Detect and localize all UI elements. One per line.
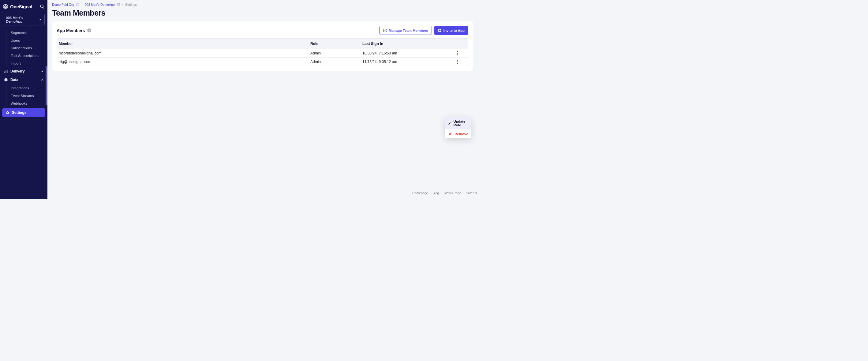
- svg-rect-2: [5, 6, 6, 9]
- kebab-icon: [457, 60, 458, 64]
- sidebar-divider: [3, 120, 44, 120]
- svg-point-14: [457, 61, 458, 62]
- chevron-down-icon: [40, 69, 44, 73]
- svg-point-15: [457, 63, 458, 64]
- row-actions-menu[interactable]: [454, 59, 461, 65]
- table-header: Member Role Last Sign In: [57, 38, 468, 48]
- col-member: Member: [59, 42, 310, 46]
- sidebar: OneSignal 003 Matt's DemoApp ▼ Segments …: [0, 0, 48, 199]
- manage-team-members-button[interactable]: Manage Team Members: [379, 26, 432, 35]
- sidebar-item-users[interactable]: Users: [7, 36, 48, 44]
- onesignal-logo-icon: [3, 4, 8, 9]
- popup-remove[interactable]: Remove: [445, 129, 471, 138]
- database-icon: [4, 78, 8, 82]
- footer-careers[interactable]: Careers: [466, 191, 477, 195]
- breadcrumb-app[interactable]: 003 Matt's DemoApp: [85, 3, 115, 6]
- external-link-icon[interactable]: [117, 3, 120, 6]
- table-row: trig@onesignal.com Admin 11/15/24, 9:05:…: [57, 57, 468, 66]
- sidebar-header: OneSignal: [0, 0, 48, 10]
- sidebar-item-test-subscriptions[interactable]: Test Subscriptions: [7, 52, 48, 59]
- col-role: Role: [310, 42, 362, 46]
- chevron-right-icon: ›: [82, 3, 83, 6]
- nav-subgroup-data: Integrations Event Streams Webhooks: [6, 84, 48, 107]
- svg-point-10: [457, 51, 458, 52]
- svg-point-12: [457, 54, 458, 55]
- footer-status[interactable]: Status Page: [443, 191, 461, 195]
- cell-member: trig@onesignal.com: [59, 60, 310, 64]
- invite-to-app-button[interactable]: Invite to App: [434, 26, 468, 35]
- svg-point-13: [457, 60, 458, 61]
- footer-links: Homepage Blog Status Page Careers: [48, 191, 477, 195]
- chevron-right-icon: ›: [122, 3, 123, 6]
- help-icon[interactable]: ?: [87, 28, 91, 32]
- cell-role: Admin: [310, 51, 362, 55]
- popup-remove-label: Remove: [455, 132, 468, 136]
- svg-rect-7: [7, 70, 7, 73]
- breadcrumb-org[interactable]: Demo Paid Org: [52, 3, 74, 6]
- close-icon: [448, 132, 452, 136]
- svg-line-4: [43, 7, 44, 8]
- sidebar-item-integrations[interactable]: Integrations: [7, 84, 48, 92]
- sidebar-item-import[interactable]: Import: [7, 59, 48, 67]
- brand-name: OneSignal: [10, 4, 32, 9]
- footer-homepage[interactable]: Homepage: [412, 191, 428, 195]
- search-icon: [40, 4, 45, 9]
- cell-member: mcorritori@onesignal.com: [59, 51, 310, 55]
- app-selector-label: 003 Matt's DemoApp: [6, 16, 39, 23]
- sidebar-group-data[interactable]: Data: [0, 75, 48, 84]
- sidebar-item-event-streams[interactable]: Event Streams: [7, 92, 48, 99]
- svg-rect-6: [5, 70, 6, 73]
- search-button[interactable]: [40, 4, 45, 9]
- invite-button-label: Invite to App: [443, 29, 465, 32]
- footer-blog[interactable]: Blog: [432, 191, 439, 195]
- chevron-up-icon: [40, 78, 44, 82]
- external-link-icon[interactable]: [76, 3, 79, 6]
- sidebar-group-delivery[interactable]: Delivery: [0, 67, 48, 75]
- kebab-icon: [457, 51, 458, 55]
- sidebar-item-subscriptions[interactable]: Subscriptions: [7, 44, 48, 52]
- data-label: Data: [10, 78, 18, 82]
- app-selector[interactable]: 003 Matt's DemoApp ▼: [3, 14, 45, 25]
- cell-role: Admin: [310, 60, 362, 64]
- card-title: App Members: [57, 28, 85, 33]
- col-last-sign-in: Last Sign In: [362, 42, 454, 46]
- bar-chart-icon: [4, 69, 8, 73]
- popup-update-label: Update Role: [453, 120, 468, 127]
- sidebar-scrollbar[interactable]: [45, 66, 48, 105]
- gear-icon: [5, 111, 9, 115]
- external-link-icon: [383, 28, 387, 32]
- members-card: App Members ? Manage Team Members Invite…: [52, 22, 473, 71]
- plus-circle-icon: [438, 28, 442, 32]
- brand-logo[interactable]: OneSignal: [3, 4, 32, 9]
- settings-label: Settings: [12, 110, 26, 115]
- cell-last-sign-in: 10/30/24, 7:15:53 am: [362, 51, 454, 55]
- row-actions-menu[interactable]: [454, 50, 461, 57]
- caret-down-icon: ▼: [39, 18, 42, 21]
- pencil-icon: [448, 122, 451, 125]
- card-header: App Members ? Manage Team Members Invite…: [57, 26, 468, 35]
- breadcrumb-current: Settings: [125, 3, 137, 6]
- sidebar-nav: Segments Users Subscriptions Test Subscr…: [0, 25, 48, 199]
- main-content: Demo Paid Org › 003 Matt's DemoApp › Set…: [48, 0, 477, 199]
- sidebar-item-settings[interactable]: Settings: [2, 108, 45, 117]
- table-row: mcorritori@onesignal.com Admin 10/30/24,…: [57, 48, 468, 57]
- page-title: Team Members: [48, 6, 477, 18]
- sidebar-item-webhooks[interactable]: Webhooks: [7, 99, 48, 107]
- delivery-label: Delivery: [10, 69, 25, 73]
- nav-subgroup-top: Segments Users Subscriptions Test Subscr…: [6, 29, 48, 67]
- members-table: Member Role Last Sign In mcorritori@ones…: [57, 38, 468, 66]
- svg-point-11: [457, 53, 458, 54]
- popup-update-role[interactable]: Update Role: [445, 117, 471, 129]
- cell-last-sign-in: 11/15/24, 9:05:12 am: [362, 60, 454, 64]
- sidebar-item-segments[interactable]: Segments: [7, 29, 48, 36]
- breadcrumbs: Demo Paid Org › 003 Matt's DemoApp › Set…: [48, 3, 477, 6]
- row-actions-popup: Update Role Remove: [445, 117, 471, 138]
- manage-button-label: Manage Team Members: [389, 29, 428, 32]
- svg-rect-5: [5, 71, 5, 73]
